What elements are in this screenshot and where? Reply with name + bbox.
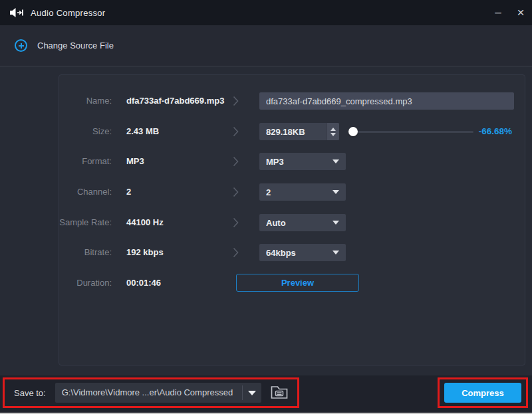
chevron-down-icon	[332, 251, 339, 255]
duration-label: Duration:	[0, 274, 112, 292]
change-source-file-button[interactable]: Change Source File	[37, 41, 114, 51]
target-size-stepper[interactable]: 829.18KB	[259, 123, 339, 140]
plus-circle-icon	[15, 39, 27, 52]
chevron-right-icon	[233, 96, 239, 109]
size-reduction-percent: -66.68%	[475, 123, 512, 140]
chevron-down-icon	[332, 221, 339, 225]
compress-button[interactable]: Compress	[444, 383, 521, 403]
size-slider[interactable]	[348, 123, 473, 140]
footer-bar: Save to: G:\Vidmore\Vidmore ...er\Audio …	[0, 375, 532, 413]
annotation-compress-highlight: Compress	[438, 377, 528, 408]
source-header: Change Source File	[0, 25, 532, 66]
row-duration: Duration: 00:01:46 Preview	[0, 274, 532, 292]
save-path-combobox[interactable]: G:\Vidmore\Vidmore ...er\Audio Compresse…	[55, 383, 261, 403]
row-format: Format: MP3 MP3	[0, 153, 532, 170]
target-size-value: 829.18KB	[259, 127, 326, 137]
size-slider-track[interactable]	[348, 131, 473, 133]
size-source-value: 2.43 MB	[126, 123, 159, 140]
size-label: Size:	[0, 123, 112, 140]
duration-value: 00:01:46	[126, 274, 161, 292]
bitrate-source-value: 192 kbps	[126, 244, 164, 261]
row-name: Name: dfa733af-d7abd669.mp3	[0, 92, 532, 110]
row-sample-rate: Sample Rate: 44100 Hz Auto	[0, 214, 532, 231]
preview-button[interactable]: Preview	[236, 274, 359, 292]
close-button[interactable]: ×	[509, 0, 532, 25]
sample-rate-source-value: 44100 Hz	[126, 214, 164, 231]
minimize-button[interactable]: –	[487, 0, 509, 25]
format-selected: MP3	[259, 157, 332, 167]
format-label: Format:	[0, 153, 112, 170]
row-channel: Channel: 2 2	[0, 183, 532, 201]
save-to-label: Save to:	[14, 388, 46, 398]
row-size: Size: 2.43 MB 829.18KB -66.68%	[0, 123, 532, 140]
name-label: Name:	[0, 92, 112, 110]
bitrate-label: Bitrate:	[0, 244, 112, 261]
channel-selected: 2	[259, 187, 332, 197]
folder-icon	[270, 384, 289, 402]
stepper-up-icon[interactable]	[331, 128, 336, 131]
chevron-down-icon	[332, 190, 339, 194]
window-title: Audio Compressor	[31, 8, 105, 18]
bitrate-dropdown[interactable]: 64kbps	[259, 244, 346, 261]
sample-rate-label: Sample Rate:	[0, 214, 112, 231]
output-name-input[interactable]	[259, 92, 514, 110]
chevron-right-icon	[233, 247, 239, 260]
chevron-right-icon	[233, 156, 239, 169]
chevron-down-icon	[248, 391, 256, 395]
save-path-dropdown-button[interactable]	[243, 383, 261, 403]
channel-label: Channel:	[0, 183, 112, 201]
channel-dropdown[interactable]: 2	[259, 183, 346, 201]
window-controls: – ×	[487, 0, 532, 25]
chevron-right-icon	[233, 217, 239, 231]
chevron-right-icon	[233, 126, 239, 140]
annotation-save-to-highlight: Save to: G:\Vidmore\Vidmore ...er\Audio …	[3, 377, 299, 408]
titlebar: Audio Compressor – ×	[0, 0, 532, 25]
save-path-value: G:\Vidmore\Vidmore ...er\Audio Compresse…	[55, 383, 242, 403]
browse-folder-button[interactable]	[270, 384, 289, 402]
stepper-buttons	[326, 123, 339, 140]
format-source-value: MP3	[126, 153, 144, 170]
channel-source-value: 2	[126, 183, 131, 201]
chevron-down-icon	[332, 159, 339, 163]
audio-compressor-window: Audio Compressor – × Change Source File …	[0, 0, 532, 414]
chevron-right-icon	[233, 187, 239, 200]
stepper-down-icon[interactable]	[331, 133, 336, 136]
format-dropdown[interactable]: MP3	[259, 153, 346, 170]
bitrate-selected: 64kbps	[259, 248, 332, 258]
row-bitrate: Bitrate: 192 kbps 64kbps	[0, 244, 532, 261]
sample-rate-dropdown[interactable]: Auto	[259, 214, 346, 231]
speaker-icon	[9, 7, 24, 19]
name-source-value: dfa733af-d7abd669.mp3	[126, 92, 224, 110]
settings-area: Name: dfa733af-d7abd669.mp3 Size: 2.43 M…	[0, 67, 532, 375]
sample-rate-selected: Auto	[259, 218, 332, 228]
size-slider-thumb[interactable]	[348, 127, 358, 136]
